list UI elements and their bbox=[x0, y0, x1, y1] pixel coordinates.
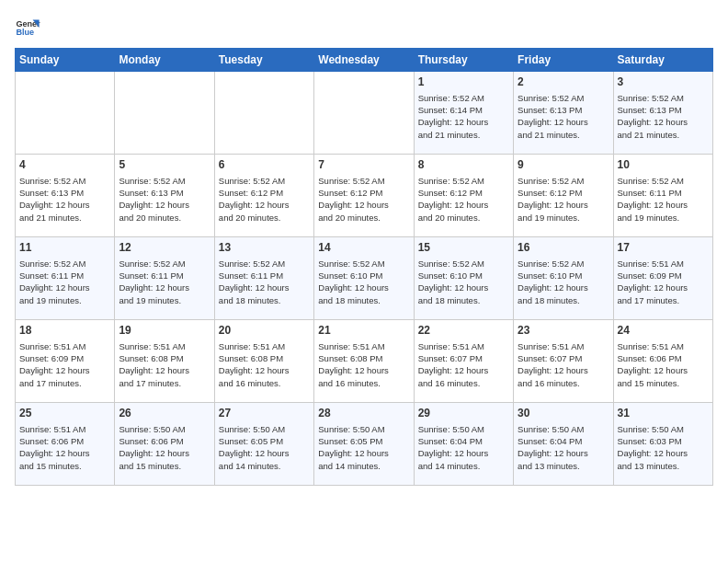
day-info: Sunrise: 5:52 AM Sunset: 6:12 PM Dayligh… bbox=[518, 175, 609, 224]
day-cell: 7Sunrise: 5:52 AM Sunset: 6:12 PM Daylig… bbox=[314, 155, 414, 237]
day-cell: 1Sunrise: 5:52 AM Sunset: 6:14 PM Daylig… bbox=[414, 72, 513, 155]
day-info: Sunrise: 5:52 AM Sunset: 6:10 PM Dayligh… bbox=[518, 258, 609, 306]
day-info: Sunrise: 5:52 AM Sunset: 6:13 PM Dayligh… bbox=[119, 175, 210, 224]
day-cell: 18Sunrise: 5:51 AM Sunset: 6:09 PM Dayli… bbox=[16, 320, 115, 403]
col-header-saturday: Saturday bbox=[613, 49, 712, 72]
logo-icon: General Blue bbox=[15, 15, 40, 40]
day-cell: 2Sunrise: 5:52 AM Sunset: 6:13 PM Daylig… bbox=[514, 72, 613, 155]
day-info: Sunrise: 5:51 AM Sunset: 6:09 PM Dayligh… bbox=[19, 340, 110, 389]
day-info: Sunrise: 5:52 AM Sunset: 6:12 PM Dayligh… bbox=[418, 175, 509, 224]
day-number: 16 bbox=[518, 240, 609, 256]
svg-text:Blue: Blue bbox=[16, 28, 34, 37]
day-info: Sunrise: 5:52 AM Sunset: 6:11 PM Dayligh… bbox=[219, 258, 310, 306]
day-number: 26 bbox=[119, 406, 210, 421]
day-info: Sunrise: 5:52 AM Sunset: 6:11 PM Dayligh… bbox=[618, 175, 709, 224]
day-info: Sunrise: 5:52 AM Sunset: 6:11 PM Dayligh… bbox=[19, 258, 110, 306]
week-row-1: 1Sunrise: 5:52 AM Sunset: 6:14 PM Daylig… bbox=[16, 72, 713, 155]
day-cell: 10Sunrise: 5:52 AM Sunset: 6:11 PM Dayli… bbox=[613, 155, 712, 237]
day-cell bbox=[214, 72, 313, 155]
header-row: SundayMondayTuesdayWednesdayThursdayFrid… bbox=[16, 49, 713, 72]
day-number: 30 bbox=[518, 406, 609, 421]
day-number: 2 bbox=[518, 75, 609, 90]
day-info: Sunrise: 5:51 AM Sunset: 6:06 PM Dayligh… bbox=[618, 340, 709, 389]
week-row-4: 18Sunrise: 5:51 AM Sunset: 6:09 PM Dayli… bbox=[16, 320, 713, 403]
day-number: 19 bbox=[119, 323, 210, 339]
col-header-monday: Monday bbox=[115, 49, 214, 72]
day-info: Sunrise: 5:50 AM Sunset: 6:05 PM Dayligh… bbox=[318, 423, 409, 472]
day-info: Sunrise: 5:51 AM Sunset: 6:08 PM Dayligh… bbox=[318, 340, 409, 389]
day-cell: 11Sunrise: 5:52 AM Sunset: 6:11 PM Dayli… bbox=[16, 237, 115, 320]
day-number: 9 bbox=[518, 157, 609, 173]
day-number: 21 bbox=[318, 323, 409, 339]
day-info: Sunrise: 5:52 AM Sunset: 6:13 PM Dayligh… bbox=[518, 92, 609, 141]
day-cell: 30Sunrise: 5:50 AM Sunset: 6:04 PM Dayli… bbox=[514, 403, 613, 486]
page-header: General Blue bbox=[15, 15, 713, 40]
day-info: Sunrise: 5:52 AM Sunset: 6:10 PM Dayligh… bbox=[418, 258, 509, 306]
day-number: 22 bbox=[418, 323, 509, 339]
day-cell: 19Sunrise: 5:51 AM Sunset: 6:08 PM Dayli… bbox=[115, 320, 214, 403]
col-header-thursday: Thursday bbox=[414, 49, 513, 72]
day-info: Sunrise: 5:52 AM Sunset: 6:14 PM Dayligh… bbox=[418, 92, 509, 141]
calendar-table: SundayMondayTuesdayWednesdayThursdayFrid… bbox=[15, 48, 713, 486]
day-cell: 29Sunrise: 5:50 AM Sunset: 6:04 PM Dayli… bbox=[414, 403, 513, 486]
col-header-friday: Friday bbox=[514, 49, 613, 72]
day-number: 13 bbox=[219, 240, 310, 256]
day-info: Sunrise: 5:52 AM Sunset: 6:13 PM Dayligh… bbox=[618, 92, 709, 141]
day-number: 18 bbox=[19, 323, 110, 339]
day-number: 31 bbox=[618, 406, 709, 421]
day-number: 12 bbox=[119, 240, 210, 256]
day-info: Sunrise: 5:51 AM Sunset: 6:09 PM Dayligh… bbox=[618, 258, 709, 306]
day-number: 5 bbox=[119, 157, 210, 173]
day-info: Sunrise: 5:51 AM Sunset: 6:07 PM Dayligh… bbox=[418, 340, 509, 389]
day-info: Sunrise: 5:50 AM Sunset: 6:06 PM Dayligh… bbox=[119, 423, 210, 472]
day-info: Sunrise: 5:50 AM Sunset: 6:05 PM Dayligh… bbox=[219, 423, 310, 472]
day-cell: 16Sunrise: 5:52 AM Sunset: 6:10 PM Dayli… bbox=[514, 237, 613, 320]
day-info: Sunrise: 5:51 AM Sunset: 6:08 PM Dayligh… bbox=[219, 340, 310, 389]
day-cell: 21Sunrise: 5:51 AM Sunset: 6:08 PM Dayli… bbox=[314, 320, 414, 403]
day-cell: 20Sunrise: 5:51 AM Sunset: 6:08 PM Dayli… bbox=[214, 320, 313, 403]
day-number: 11 bbox=[19, 240, 110, 256]
day-number: 25 bbox=[19, 406, 110, 421]
day-cell bbox=[115, 72, 214, 155]
day-info: Sunrise: 5:52 AM Sunset: 6:13 PM Dayligh… bbox=[19, 175, 110, 224]
day-number: 20 bbox=[219, 323, 310, 339]
day-number: 17 bbox=[618, 240, 709, 256]
day-number: 14 bbox=[318, 240, 409, 256]
day-info: Sunrise: 5:52 AM Sunset: 6:12 PM Dayligh… bbox=[318, 175, 409, 224]
week-row-5: 25Sunrise: 5:51 AM Sunset: 6:06 PM Dayli… bbox=[16, 403, 713, 486]
day-cell: 31Sunrise: 5:50 AM Sunset: 6:03 PM Dayli… bbox=[613, 403, 712, 486]
day-cell: 6Sunrise: 5:52 AM Sunset: 6:12 PM Daylig… bbox=[214, 155, 313, 237]
day-info: Sunrise: 5:52 AM Sunset: 6:12 PM Dayligh… bbox=[219, 175, 310, 224]
day-cell bbox=[16, 72, 115, 155]
logo: General Blue bbox=[15, 15, 40, 40]
day-number: 8 bbox=[418, 157, 509, 173]
day-cell: 8Sunrise: 5:52 AM Sunset: 6:12 PM Daylig… bbox=[414, 155, 513, 237]
day-cell: 27Sunrise: 5:50 AM Sunset: 6:05 PM Dayli… bbox=[214, 403, 313, 486]
day-cell: 28Sunrise: 5:50 AM Sunset: 6:05 PM Dayli… bbox=[314, 403, 414, 486]
day-cell: 13Sunrise: 5:52 AM Sunset: 6:11 PM Dayli… bbox=[214, 237, 313, 320]
day-info: Sunrise: 5:52 AM Sunset: 6:11 PM Dayligh… bbox=[119, 258, 210, 306]
day-cell: 12Sunrise: 5:52 AM Sunset: 6:11 PM Dayli… bbox=[115, 237, 214, 320]
day-info: Sunrise: 5:50 AM Sunset: 6:04 PM Dayligh… bbox=[518, 423, 609, 472]
day-cell bbox=[314, 72, 414, 155]
day-cell: 4Sunrise: 5:52 AM Sunset: 6:13 PM Daylig… bbox=[16, 155, 115, 237]
day-info: Sunrise: 5:51 AM Sunset: 6:07 PM Dayligh… bbox=[518, 340, 609, 389]
day-number: 23 bbox=[518, 323, 609, 339]
day-number: 27 bbox=[219, 406, 310, 421]
day-cell: 24Sunrise: 5:51 AM Sunset: 6:06 PM Dayli… bbox=[613, 320, 712, 403]
week-row-3: 11Sunrise: 5:52 AM Sunset: 6:11 PM Dayli… bbox=[16, 237, 713, 320]
day-number: 29 bbox=[418, 406, 509, 421]
day-number: 4 bbox=[19, 157, 110, 173]
day-cell: 5Sunrise: 5:52 AM Sunset: 6:13 PM Daylig… bbox=[115, 155, 214, 237]
day-cell: 14Sunrise: 5:52 AM Sunset: 6:10 PM Dayli… bbox=[314, 237, 414, 320]
day-cell: 17Sunrise: 5:51 AM Sunset: 6:09 PM Dayli… bbox=[613, 237, 712, 320]
col-header-sunday: Sunday bbox=[16, 49, 115, 72]
day-number: 15 bbox=[418, 240, 509, 256]
day-info: Sunrise: 5:50 AM Sunset: 6:03 PM Dayligh… bbox=[618, 423, 709, 472]
day-info: Sunrise: 5:50 AM Sunset: 6:04 PM Dayligh… bbox=[418, 423, 509, 472]
day-number: 6 bbox=[219, 157, 310, 173]
col-header-wednesday: Wednesday bbox=[314, 49, 414, 72]
day-number: 10 bbox=[618, 157, 709, 173]
day-cell: 22Sunrise: 5:51 AM Sunset: 6:07 PM Dayli… bbox=[414, 320, 513, 403]
day-number: 3 bbox=[618, 75, 709, 90]
